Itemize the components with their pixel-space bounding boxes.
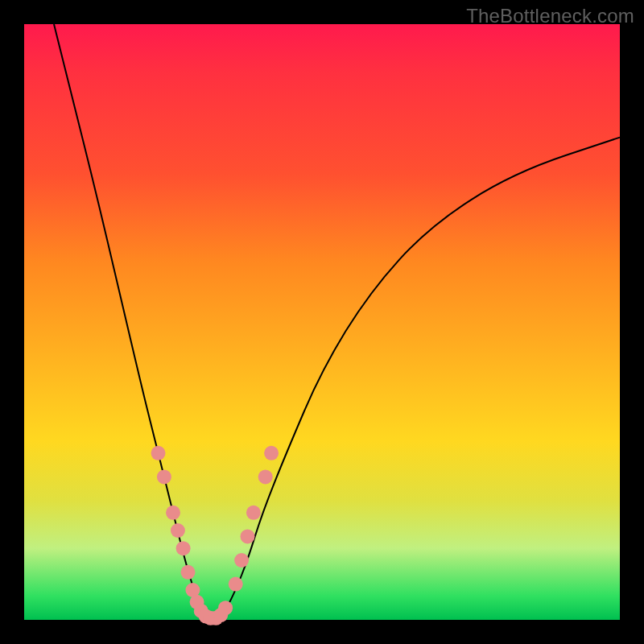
data-marker	[181, 565, 196, 580]
marker-group	[151, 446, 279, 625]
data-marker	[246, 506, 261, 520]
data-marker	[151, 446, 166, 460]
chart-frame: TheBottleneck.com	[0, 0, 644, 644]
data-marker	[241, 529, 255, 543]
data-marker	[176, 541, 191, 555]
data-marker	[171, 523, 185, 538]
plot-area	[24, 24, 620, 620]
watermark-text: TheBottleneck.com	[466, 5, 634, 27]
data-marker	[166, 506, 180, 520]
data-marker	[234, 553, 249, 568]
curve-svg	[24, 24, 620, 620]
curve-right-branch	[221, 138, 620, 620]
data-marker	[258, 469, 273, 484]
data-marker	[229, 577, 243, 592]
data-marker	[264, 446, 279, 460]
data-marker	[218, 601, 233, 615]
data-marker	[157, 469, 171, 484]
